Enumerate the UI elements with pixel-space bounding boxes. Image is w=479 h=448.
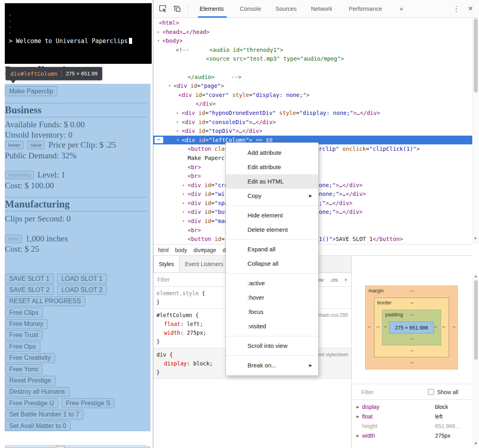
tree-row[interactable]: </div> [153,99,472,109]
expand-arrow-icon[interactable]: ▸ [182,189,185,199]
elements-scrollbar-thumb[interactable] [474,19,478,93]
computed-property-float[interactable]: ▶floatleft [352,412,472,421]
devtools-tab-performance[interactable]: Performance [349,0,382,18]
set-avail-matter-to-0-button[interactable]: Set Avail Matter to 0 [5,421,71,431]
context-menu-item-break-on[interactable]: Break on...▶ [226,358,318,373]
sidebar-tab-event-listeners[interactable]: Event Listeners [180,256,229,272]
context-menu-item-add-attribute[interactable]: Add attribute [226,146,318,160]
free-creativity-button[interactable]: Free Creativity [5,353,55,363]
context-menu-item-scroll-into-view[interactable]: Scroll into view [226,339,318,353]
expand-arrow-icon[interactable]: ▸ [182,217,185,226]
margin-bottom-value[interactable]: – [410,360,413,365]
free-money-button[interactable]: Free Money [5,319,48,329]
devtools-tab-console[interactable]: Console [240,0,261,18]
collapse-arrow-icon[interactable]: ▾ [176,136,179,145]
border-right-value[interactable]: – [442,324,445,330]
computed-property-height[interactable]: height651.986… [352,421,472,431]
wire-button[interactable]: Wire [5,235,22,243]
tree-row[interactable]: ▾<div id="page"> [153,81,472,91]
new-style-rule-button[interactable]: + [344,277,347,283]
collapse-arrow-icon[interactable]: ▾ [168,81,171,91]
border-left-value[interactable]: – [376,324,379,330]
border-bottom-value[interactable]: – [410,348,413,353]
free-prestige-u-button[interactable]: Free Prestige U [5,398,58,408]
expand-arrow-icon[interactable]: ▸ [176,126,179,136]
padding-left-value[interactable]: – [384,324,387,330]
reset-all-progress-button[interactable]: RESET ALL PROGRESS [5,296,85,306]
tree-row[interactable]: ▸<div id="hypnoDroneEventDiv" style="dis… [153,109,472,118]
computed-filter-input[interactable]: Filter [361,384,374,400]
context-menu-item-active[interactable]: :active [226,276,318,290]
padding-right-value[interactable]: – [434,324,437,330]
save-slot-1-button[interactable]: SAVE SLOT 1 [5,274,54,284]
padding-top-value[interactable]: – [410,312,413,318]
tree-row[interactable]: ▾<body> [153,36,472,45]
margin-top-value[interactable]: – [410,288,413,294]
show-all-checkbox[interactable] [428,389,434,395]
devtools-tab-sources[interactable]: Sources [275,0,297,18]
context-menu-item-edit-attribute[interactable]: Edit attribute [226,160,318,174]
scroll-down-icon[interactable]: ▼ [473,236,477,241]
expand-arrow-icon[interactable]: ▸ [176,118,179,127]
box-model-content[interactable]: 275 × 651.986 [389,322,434,334]
tree-row[interactable]: ▸<div id="consoleDiv">…</div> [153,118,472,127]
tree-row[interactable]: ▸<head>…</head> [153,28,472,37]
reset-prestige-button[interactable]: Reset Prestige [5,376,55,386]
computed-property-width[interactable]: ▶width275px [352,431,472,440]
margin-right-value[interactable]: – [453,324,455,330]
tree-row[interactable]: <html> [153,18,472,28]
context-menu-item-expand-all[interactable]: Expand all [226,242,318,257]
free-clips-button[interactable]: Free Clips [5,308,43,318]
styles-filter-input[interactable]: Filter [157,276,170,283]
tree-row[interactable]: </audio> --> [153,73,472,82]
padding-bottom-value[interactable]: – [410,336,413,341]
border-top-value[interactable]: – [410,300,413,306]
tree-row[interactable]: <source src="test.mp3" type="audio/mpeg"… [153,54,472,63]
scroll-down-icon[interactable]: ▼ [474,441,478,446]
tree-row[interactable] [153,63,472,73]
free-prestige-s-button[interactable]: Free Prestige S [61,398,115,408]
expand-arrow-icon[interactable]: ▸ [182,207,185,217]
expand-arrow-icon[interactable]: ▸ [176,109,179,118]
scroll-up-icon[interactable]: ▲ [474,274,478,278]
collapse-arrow-icon[interactable]: ▾ [157,36,160,45]
expand-arrow-icon[interactable]: ▶ [356,412,359,421]
expand-arrow-icon[interactable]: ▶ [356,402,359,412]
more-tabs-button[interactable]: » [400,0,403,18]
destroy-all-humans-button[interactable]: Destroy all Humans [5,387,69,397]
context-menu-item-focus[interactable]: :focus [226,305,318,319]
context-menu-item-edit-as-html[interactable]: Edit as HTML [226,174,318,189]
context-menu-item-hide-element[interactable]: Hide element [226,208,318,223]
computed-scrollbar-thumb[interactable] [474,280,478,360]
node-menu-button[interactable]: ⋯ [154,137,163,143]
tree-row[interactable]: ▸<div id="topDiv">…</div> [153,126,472,136]
devtools-tab-network[interactable]: Network [311,0,332,18]
free-ops-button[interactable]: Free Ops [5,341,40,351]
expand-arrow-icon[interactable]: ▶ [356,431,359,440]
devtools-menu-icon[interactable]: ⋮ [453,0,460,18]
free-trust-button[interactable]: Free Trust [5,330,43,340]
expand-arrow-icon[interactable]: ▸ [182,199,185,208]
context-menu-item-hover[interactable]: :hover [226,290,318,305]
load-slot-1-button[interactable]: LOAD SLOT 1 [57,274,107,284]
inspect-element-icon[interactable] [158,4,167,15]
sidebar-tab-styles[interactable]: Styles [153,256,180,272]
margin-left-value[interactable]: – [368,324,371,330]
tree-row[interactable]: <!-- <audio id="threnody1"> [153,45,472,55]
make-paperclip-button[interactable]: Make Paperclip [5,86,57,96]
context-menu-item-collapse-all[interactable]: Collapse all [226,257,318,271]
toggle-device-toolbar-icon[interactable] [172,4,182,15]
devtools-close-icon[interactable]: ✕ [468,0,473,18]
expand-arrow-icon[interactable]: ▸ [157,28,160,37]
tree-row[interactable]: <div id="cover" style="display: none;"> [153,91,472,100]
context-menu-item-delete-element[interactable]: Delete element [226,223,318,237]
load-slot-2-button[interactable]: LOAD SLOT 2 [57,285,107,295]
breadcrumb-html[interactable]: html [158,247,168,253]
breadcrumb-div-page[interactable]: div#page [194,247,216,253]
cls-toggle-button[interactable]: .cls [330,277,338,283]
computed-property-display[interactable]: ▶displayblock [352,402,472,412]
context-menu-item-visited[interactable]: :visited [226,319,318,334]
raise-price-button[interactable]: raise [27,141,45,149]
devtools-tab-elements[interactable]: Elements [200,0,224,18]
marketing-button[interactable]: Marketing [5,171,34,179]
